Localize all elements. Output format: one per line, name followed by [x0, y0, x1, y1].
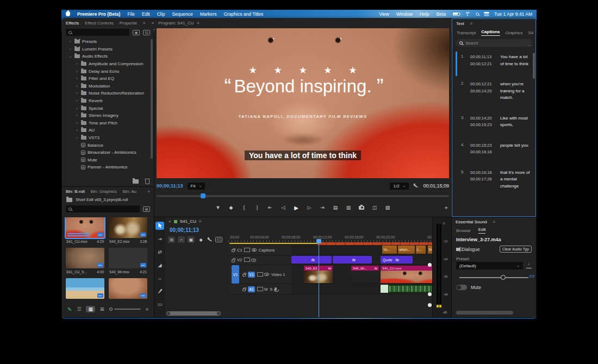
timeline-current-timecode[interactable]: 00;00;11;13 — [165, 225, 432, 234]
lock-icon[interactable] — [232, 260, 235, 262]
caption-clip[interactable]: when... — [398, 246, 415, 254]
comparison-view-button[interactable]: ◫ — [372, 205, 377, 210]
disclosure-arrow-icon[interactable]: › — [75, 136, 79, 140]
disclosure-arrow-icon[interactable]: › — [68, 47, 72, 51]
panel-tab[interactable]: Propertie — [120, 21, 137, 26]
text-subtab[interactable]: Captions — [481, 29, 500, 36]
caption-clip[interactable]: L... — [416, 246, 426, 254]
accelerated-effects-icon[interactable]: ▣ — [133, 30, 140, 35]
captions-search-input[interactable] — [456, 39, 532, 47]
effects-search-input[interactable] — [66, 29, 129, 36]
effects-tree-item[interactable]: › AU — [64, 127, 149, 134]
sync-lock-icon[interactable] — [244, 259, 249, 262]
graphic-clip[interactable]: Quotefx — [381, 256, 413, 263]
effects-scrollbar[interactable] — [151, 39, 153, 159]
effects-tree-item[interactable]: Binauralizer - Ambisonics — [64, 149, 149, 156]
disclosure-arrow-icon[interactable]: › — [75, 84, 79, 88]
effects-tree-item[interactable]: Panner - Ambisonics — [64, 164, 149, 171]
menu-item[interactable]: File — [127, 11, 135, 17]
marker-button[interactable]: ◆ — [228, 205, 234, 210]
video-clip[interactable]: S41_CU.movfx — [381, 266, 432, 283]
effects-tree-item[interactable]: › Stereo Imagery — [64, 112, 149, 120]
text-subtab[interactable]: Graphics — [506, 30, 523, 35]
playhead-line[interactable] — [319, 242, 319, 317]
control-center-icon[interactable] — [484, 12, 489, 16]
delete-icon[interactable] — [145, 180, 149, 184]
effects-tree-item[interactable]: › Time and Pitch — [64, 120, 149, 127]
bin-clip[interactable]: ▪▪▪ S40_E2.mov3:28 — [109, 217, 147, 244]
clip-volume-slider[interactable] — [459, 275, 528, 280]
audio-meters-panel[interactable]: 0-12-24-36-48dB — [432, 217, 451, 317]
close-sequence-icon[interactable]: × — [169, 219, 171, 224]
linked-selection-icon[interactable]: ▣ — [188, 236, 195, 243]
disclosure-arrow-icon[interactable]: › — [75, 70, 79, 73]
track-c1-label[interactable]: C1 — [237, 248, 242, 253]
button-editor-plus[interactable]: + — [445, 204, 448, 211]
essential-sound-subtab[interactable]: Browse — [456, 228, 471, 233]
effects-tree-item[interactable]: › Noise Reduction/Restoration — [64, 90, 149, 97]
effects-tree-item[interactable]: › Filter and EQ — [64, 75, 149, 83]
panel-menu-icon[interactable]: ≡ — [199, 219, 202, 224]
timeline-settings-wrench-icon[interactable] — [207, 237, 213, 242]
list-view-icon[interactable]: ☰ — [77, 306, 81, 312]
disclosure-arrow-icon[interactable]: › — [75, 91, 79, 95]
disclosure-arrow-icon[interactable]: › — [75, 114, 79, 117]
step-forward-button[interactable]: ▷ — [307, 205, 312, 210]
bin-tab[interactable]: Bin: Au — [123, 189, 136, 194]
bin-clip[interactable]: ▪▪▪ — [109, 278, 147, 301]
track-resize-dot[interactable] — [428, 303, 432, 307]
sync-lock-icon[interactable] — [245, 248, 250, 252]
playback-resolution-dropdown[interactable]: 1/2⌄ — [390, 183, 409, 190]
timeline-horizontal-scrollbar[interactable] — [166, 311, 221, 316]
caption-text[interactable]: people tell you — [500, 142, 531, 156]
extract-button[interactable]: ▥ — [346, 205, 351, 210]
panel-menu-icon[interactable]: ≡ — [197, 21, 200, 26]
voiceover-record-icon[interactable] — [275, 287, 277, 291]
sequence-tab[interactable]: S41_CU — [180, 219, 196, 224]
32bit-effects-icon[interactable]: 32 — [143, 30, 150, 35]
icon-view-icon[interactable]: ▦ — [86, 306, 95, 312]
caption-row[interactable]: 5. 00;00;16;1600;00;17;26 that it's more… — [456, 167, 531, 192]
captions-visibility-icon[interactable]: CC — [215, 237, 222, 242]
disclosure-arrow-icon[interactable]: › — [75, 99, 79, 103]
thumbnail-zoom-slider[interactable] — [109, 307, 141, 311]
text-panel-tab[interactable]: Text — [456, 21, 464, 26]
timeline-ruler[interactable]: ;00;0000;00;04;0000;00;08;0000;00;12;000… — [228, 235, 432, 242]
apple-menu-icon[interactable] — [66, 11, 70, 16]
caption-row[interactable]: 4. 00;00;15;2300;00;16;16 people tell yo… — [456, 140, 531, 158]
menu-item[interactable]: Graphics and Titles — [223, 11, 263, 17]
effects-tree-item[interactable]: › Amplitude and Compression — [64, 60, 149, 68]
disclosure-arrow-icon[interactable]: › — [75, 128, 79, 132]
tab-overflow-icon[interactable]: » — [148, 189, 150, 194]
effects-tree-item[interactable]: › Presets — [64, 38, 149, 46]
add-marker-button[interactable]: ▼ — [215, 205, 221, 210]
multi-camera-button[interactable]: ▧ — [385, 205, 390, 210]
track-target-v1[interactable]: V1 — [248, 272, 255, 278]
slip-tool[interactable]: ↔ — [155, 274, 164, 282]
dialogue-label[interactable]: Dialogue — [462, 247, 480, 252]
panel-menu-icon[interactable]: ≡ — [470, 21, 473, 26]
bin-clip[interactable]: ▪▪▪ S40_Wl.mov4:21 — [109, 248, 147, 274]
spotlight-search-icon[interactable] — [476, 12, 479, 16]
lock-icon[interactable] — [242, 274, 246, 277]
step-back-button[interactable]: ◁ — [281, 205, 286, 210]
track-target-a1[interactable]: A1 — [248, 286, 255, 292]
add-marker-icon[interactable]: ◆ — [197, 236, 204, 243]
monitor-settings-wrench-icon[interactable] — [413, 183, 419, 189]
snap-toggle-icon[interactable]: ∩ — [178, 236, 185, 243]
mark-out-button[interactable]: } — [254, 205, 260, 210]
track-resize-dot[interactable] — [428, 292, 432, 296]
play-button[interactable]: ▶ — [294, 205, 299, 211]
go-to-in-button[interactable]: ⇤ — [267, 205, 273, 210]
new-custom-bin-icon[interactable] — [133, 179, 139, 184]
panel-menu-icon[interactable]: ≡ — [493, 219, 496, 224]
clear-audio-type-button[interactable]: Clear Audio Typ — [500, 246, 532, 253]
caption-row[interactable]: 3. 00;00;14;2000;00;15;23 Like with most… — [456, 113, 531, 131]
caption-text[interactable]: You have a lot of time to think — [500, 54, 531, 67]
new-item-icon[interactable]: ⊞ — [100, 306, 104, 312]
disclosure-arrow-icon[interactable]: › — [68, 40, 72, 43]
panel-menu-icon[interactable]: ≡ — [143, 21, 146, 26]
monitor-playhead[interactable] — [201, 193, 205, 198]
graphic-clip[interactable]: fx — [291, 256, 332, 263]
slider-knob[interactable] — [501, 275, 506, 280]
